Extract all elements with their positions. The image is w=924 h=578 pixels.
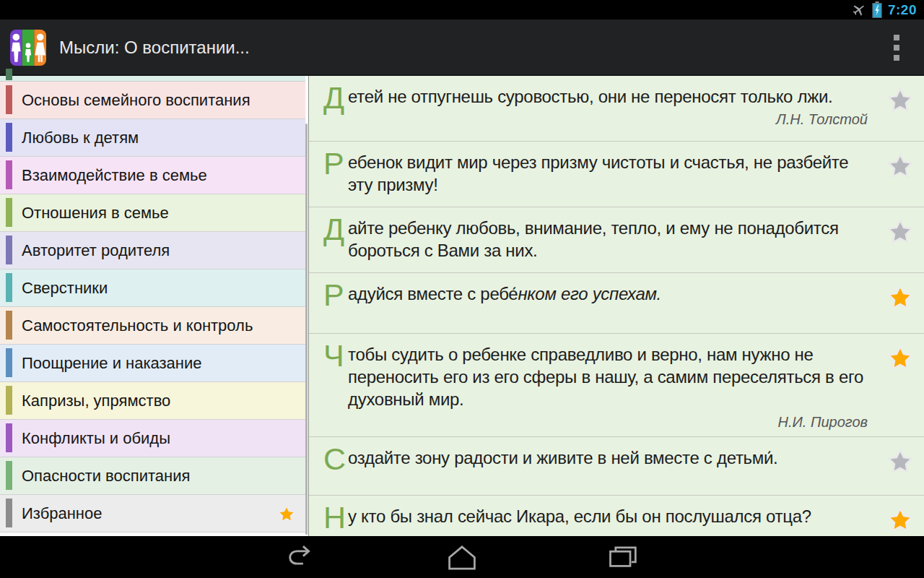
category-label: Сверстники [22,279,305,298]
battery-charging-icon [872,1,882,18]
category-label: Опасности воспитания [22,467,305,486]
quote-item[interactable]: Чтобы судить о ребенке справедливо и вер… [309,334,924,437]
category-color-bar [6,123,12,152]
category-label: Взаимодействие в семье [22,166,305,185]
category-color-bar [6,461,12,490]
category-color-bar [6,69,12,80]
category-color-bar [6,198,12,227]
category-color-bar [6,236,12,264]
category-label: Конфликты и обиды [22,429,305,448]
category-color-bar [6,273,12,302]
quote-dropcap: Д [323,82,344,113]
recents-button[interactable] [604,543,640,571]
sidebar-category-item[interactable]: Избранное [0,495,305,532]
category-color-bar [6,160,12,189]
quote-dropcap: Р [323,280,344,311]
sidebar-category-item[interactable]: Капризы, упрямство [0,382,305,420]
favorite-star-button[interactable] [888,449,912,473]
quote-dropcap: Н [323,502,346,533]
quote-author: Л.Н. Толстой [323,111,868,128]
home-icon [446,544,478,571]
quote-text: Радуйся вместе с ребе́нком его успехам. [323,282,868,305]
quote-text-segment: айте ребенку любовь, внимание, тепло, и … [348,218,839,260]
category-label: Избранное [22,504,278,523]
back-button[interactable] [284,543,320,571]
home-button[interactable] [444,543,480,571]
quote-text-segment: у кто бы знал сейчас Икара, если бы он п… [348,506,811,526]
category-label: Авторитет родителя [22,241,305,260]
sidebar-category-item[interactable]: Сверстники [0,269,305,307]
quote-text: Ну кто бы знал сейчас Икара, если бы он … [323,505,868,527]
sidebar-category-item[interactable]: Основы семейного воспитания [0,82,305,119]
sidebar-category-item[interactable]: Авторитет родителя [0,232,305,269]
quote-dropcap: Д [323,214,344,245]
quote-text-segment: нком его успехам. [518,284,661,303]
favorite-star-button[interactable] [888,285,912,309]
sidebar-category-item[interactable]: Конфликты и обиды [0,420,305,457]
overflow-menu-icon [894,35,899,40]
category-color-bar [6,348,12,377]
quote-author: Н.И. Пирогов [323,414,868,431]
quote-item[interactable]: Дайте ребенку любовь, внимание, тепло, и… [309,207,924,273]
back-icon [285,545,318,570]
category-color-bar [6,499,12,527]
category-label: Основы семейного воспитания [22,91,305,110]
favorite-star-button[interactable] [888,507,912,532]
sidebar-category-item[interactable]: Отношения в семье [0,194,305,232]
category-sidebar: Основы семейного воспитания Любовь к дет… [0,76,309,536]
quote-text-segment: ебенок видит мир через призму чистоты и … [348,152,848,194]
quote-item[interactable]: Детей не отпугнешь суровостью, они не пе… [309,76,924,142]
sidebar-scrollbar[interactable] [305,124,308,535]
overflow-menu-button[interactable] [879,26,914,69]
favorite-star-button[interactable] [888,219,912,243]
airplane-mode-icon [850,2,866,18]
quote-text-segment: оздайте зону радости и живите в ней вмес… [348,448,777,467]
quote-text: Чтобы судить о ребенке справедливо и вер… [323,343,868,410]
sidebar-category-item[interactable]: Взаимодействие в семье [0,157,305,194]
category-color-bar [6,85,12,114]
screen: { "status_bar": { "time": "7:20", "accen… [0,0,924,578]
quote-dropcap: Ч [323,340,344,371]
page-title: Мысли: О воспитании... [59,38,879,58]
category-label: Капризы, упрямство [22,392,305,410]
quote-text: Детей не отпугнешь суровостью, они не пе… [323,85,868,108]
category-color-bar [6,423,12,452]
favorite-star-button[interactable] [888,345,912,370]
category-label: Отношения в семье [22,204,305,223]
sidebar-category-item[interactable]: Опасности воспитания [0,457,305,495]
favorite-star-button[interactable] [888,87,912,112]
status-bar: 7:20 [0,0,924,20]
quote-text: Ребенок видит мир через призму чистоты и… [323,151,868,196]
quote-item[interactable]: Ну кто бы знал сейчас Икара, если бы он … [309,496,924,536]
quote-list: Детей не отпугнешь суровостью, они не пе… [309,76,924,536]
recents-icon [606,545,638,570]
sidebar-category-item[interactable]: Любовь к детям [0,119,305,157]
app-icon [10,30,46,66]
action-bar: Мысли: О воспитании... [0,20,924,76]
quote-text-segment: адуйся вместе с ребе́ [348,284,518,303]
favorites-star-icon [278,505,295,522]
quote-text: Дайте ребенку любовь, внимание, тепло, и… [323,217,868,262]
quote-text: Создайте зону радости и живите в ней вме… [323,447,868,469]
clock-label: 7:20 [888,2,917,18]
sidebar-category-item[interactable]: Самостоятельность и контроль [0,307,305,345]
system-navigation-bar [0,536,924,578]
sidebar-category-item[interactable]: Поощрение и наказание [0,345,305,382]
partial-category-item[interactable] [0,76,305,82]
favorite-star-button[interactable] [888,153,912,178]
quote-item[interactable]: Радуйся вместе с ребе́нком его успехам. [309,273,924,334]
category-label: Любовь к детям [22,129,305,147]
category-label: Самостоятельность и контроль [22,316,305,335]
category-color-bar [6,386,12,415]
quote-dropcap: Р [323,148,344,179]
quote-item[interactable]: Создайте зону радости и живите в ней вме… [309,437,924,496]
quote-item[interactable]: Ребенок видит мир через призму чистоты и… [309,142,924,207]
category-label: Поощрение и наказание [22,354,305,373]
quote-text-segment: тобы судить о ребенке справедливо и верн… [348,345,863,409]
category-color-bar [6,311,12,340]
quote-dropcap: С [323,444,346,475]
quote-text-segment: етей не отпугнешь суровостью, они не пер… [348,87,832,106]
main-content: Основы семейного воспитания Любовь к дет… [0,76,924,536]
category-list: Основы семейного воспитания Любовь к дет… [0,82,308,532]
